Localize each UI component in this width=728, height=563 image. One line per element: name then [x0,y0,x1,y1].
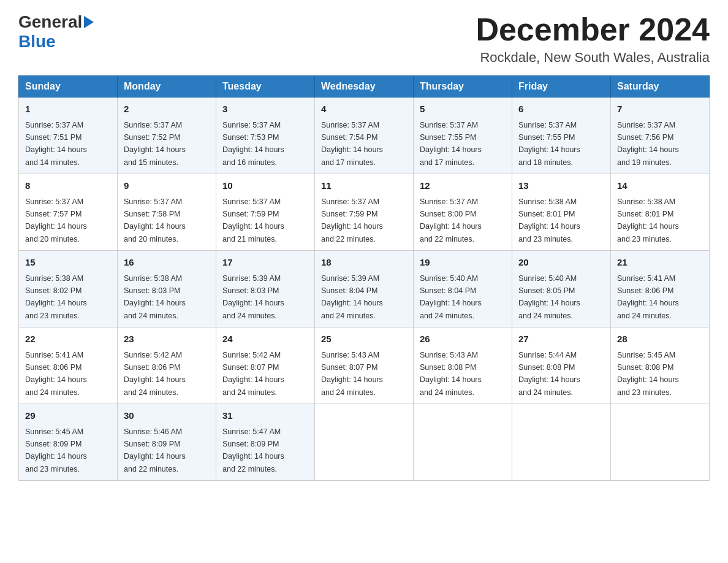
logo-blue: Blue [18,32,94,52]
table-row: 4Sunrise: 5:37 AMSunset: 7:54 PMDaylight… [315,98,414,174]
page-header: General Blue December 2024 Rockdale, New… [18,12,710,66]
day-info: Sunrise: 5:41 AMSunset: 8:06 PMDaylight:… [25,351,87,397]
table-row: 10Sunrise: 5:37 AMSunset: 7:59 PMDayligh… [216,174,315,251]
header-row: Sunday Monday Tuesday Wednesday Thursday… [19,76,710,98]
day-info: Sunrise: 5:37 AMSunset: 7:55 PMDaylight:… [420,121,482,167]
table-row: 27Sunrise: 5:44 AMSunset: 8:08 PMDayligh… [512,327,611,404]
col-tuesday: Tuesday [216,76,315,98]
day-info: Sunrise: 5:37 AMSunset: 7:55 PMDaylight:… [518,121,580,167]
day-number: 8 [25,179,111,193]
day-number: 24 [222,332,308,347]
day-number: 23 [124,332,210,347]
day-info: Sunrise: 5:37 AMSunset: 7:52 PMDaylight:… [124,121,186,167]
col-saturday: Saturday [611,76,710,98]
day-number: 10 [222,179,308,193]
table-row: 6Sunrise: 5:37 AMSunset: 7:55 PMDaylight… [512,98,611,174]
calendar-week-3: 15Sunrise: 5:38 AMSunset: 8:02 PMDayligh… [19,251,710,327]
table-row: 14Sunrise: 5:38 AMSunset: 8:01 PMDayligh… [611,174,710,251]
col-friday: Friday [512,76,611,98]
day-info: Sunrise: 5:38 AMSunset: 8:01 PMDaylight:… [518,197,580,243]
day-number: 7 [617,102,703,117]
table-row: 18Sunrise: 5:39 AMSunset: 8:04 PMDayligh… [315,251,414,327]
col-wednesday: Wednesday [315,76,414,98]
table-row: 28Sunrise: 5:45 AMSunset: 8:08 PMDayligh… [611,327,710,404]
table-row: 20Sunrise: 5:40 AMSunset: 8:05 PMDayligh… [512,251,611,327]
logo-arrow-icon [84,16,94,28]
table-row [414,404,512,481]
day-number: 2 [124,102,210,117]
table-row: 8Sunrise: 5:37 AMSunset: 7:57 PMDaylight… [19,174,118,251]
day-info: Sunrise: 5:44 AMSunset: 8:08 PMDaylight:… [518,351,580,397]
day-number: 11 [321,179,407,193]
table-row [315,404,414,481]
calendar-week-1: 1Sunrise: 5:37 AMSunset: 7:51 PMDaylight… [19,98,710,174]
table-row: 31Sunrise: 5:47 AMSunset: 8:09 PMDayligh… [216,404,315,481]
table-row: 15Sunrise: 5:38 AMSunset: 8:02 PMDayligh… [19,251,118,327]
day-number: 27 [518,332,604,347]
day-info: Sunrise: 5:38 AMSunset: 8:01 PMDaylight:… [617,197,679,243]
title-block: December 2024 Rockdale, New South Wales,… [476,12,710,66]
day-info: Sunrise: 5:39 AMSunset: 8:04 PMDaylight:… [321,274,383,320]
table-row: 17Sunrise: 5:39 AMSunset: 8:03 PMDayligh… [216,251,315,327]
day-info: Sunrise: 5:37 AMSunset: 7:57 PMDaylight:… [25,197,87,243]
table-row [611,404,710,481]
day-info: Sunrise: 5:37 AMSunset: 7:58 PMDaylight:… [124,197,186,243]
day-number: 13 [518,179,604,193]
calendar-week-2: 8Sunrise: 5:37 AMSunset: 7:57 PMDaylight… [19,174,710,251]
col-sunday: Sunday [19,76,118,98]
day-info: Sunrise: 5:37 AMSunset: 7:51 PMDaylight:… [25,121,87,167]
table-row: 26Sunrise: 5:43 AMSunset: 8:08 PMDayligh… [414,327,512,404]
day-info: Sunrise: 5:37 AMSunset: 7:56 PMDaylight:… [617,121,679,167]
day-number: 25 [321,332,407,347]
day-info: Sunrise: 5:40 AMSunset: 8:05 PMDaylight:… [518,274,580,320]
day-number: 30 [124,409,210,423]
table-row: 21Sunrise: 5:41 AMSunset: 8:06 PMDayligh… [611,251,710,327]
table-row: 11Sunrise: 5:37 AMSunset: 7:59 PMDayligh… [315,174,414,251]
table-row: 12Sunrise: 5:37 AMSunset: 8:00 PMDayligh… [414,174,512,251]
table-row: 25Sunrise: 5:43 AMSunset: 8:07 PMDayligh… [315,327,414,404]
calendar-week-5: 29Sunrise: 5:45 AMSunset: 8:09 PMDayligh… [19,404,710,481]
table-row [512,404,611,481]
table-row: 5Sunrise: 5:37 AMSunset: 7:55 PMDaylight… [414,98,512,174]
day-number: 9 [124,179,210,193]
day-info: Sunrise: 5:42 AMSunset: 8:07 PMDaylight:… [222,351,284,397]
day-number: 29 [25,409,111,423]
table-row: 23Sunrise: 5:42 AMSunset: 8:06 PMDayligh… [118,327,216,404]
table-row: 22Sunrise: 5:41 AMSunset: 8:06 PMDayligh… [19,327,118,404]
day-info: Sunrise: 5:41 AMSunset: 8:06 PMDaylight:… [617,274,679,320]
day-info: Sunrise: 5:43 AMSunset: 8:07 PMDaylight:… [321,351,383,397]
day-number: 31 [222,409,308,423]
table-row: 3Sunrise: 5:37 AMSunset: 7:53 PMDaylight… [216,98,315,174]
day-number: 19 [420,256,506,270]
day-number: 26 [420,332,506,347]
day-number: 16 [124,256,210,270]
day-info: Sunrise: 5:43 AMSunset: 8:08 PMDaylight:… [420,351,482,397]
day-info: Sunrise: 5:38 AMSunset: 8:02 PMDaylight:… [25,274,87,320]
day-number: 6 [518,102,604,117]
day-info: Sunrise: 5:39 AMSunset: 8:03 PMDaylight:… [222,274,284,320]
day-number: 3 [222,102,308,117]
day-info: Sunrise: 5:37 AMSunset: 8:00 PMDaylight:… [420,197,482,243]
table-row: 30Sunrise: 5:46 AMSunset: 8:09 PMDayligh… [118,404,216,481]
col-monday: Monday [118,76,216,98]
day-number: 12 [420,179,506,193]
col-thursday: Thursday [414,76,512,98]
day-number: 28 [617,332,703,347]
table-row: 16Sunrise: 5:38 AMSunset: 8:03 PMDayligh… [118,251,216,327]
day-info: Sunrise: 5:45 AMSunset: 8:09 PMDaylight:… [25,427,87,473]
table-row: 13Sunrise: 5:38 AMSunset: 8:01 PMDayligh… [512,174,611,251]
day-info: Sunrise: 5:46 AMSunset: 8:09 PMDaylight:… [124,427,186,473]
day-info: Sunrise: 5:37 AMSunset: 7:54 PMDaylight:… [321,121,383,167]
day-info: Sunrise: 5:42 AMSunset: 8:06 PMDaylight:… [124,351,186,397]
day-info: Sunrise: 5:40 AMSunset: 8:04 PMDaylight:… [420,274,482,320]
day-number: 22 [25,332,111,347]
table-row: 2Sunrise: 5:37 AMSunset: 7:52 PMDaylight… [118,98,216,174]
day-number: 15 [25,256,111,270]
month-title: December 2024 [476,12,710,47]
table-row: 1Sunrise: 5:37 AMSunset: 7:51 PMDaylight… [19,98,118,174]
day-info: Sunrise: 5:37 AMSunset: 7:59 PMDaylight:… [321,197,383,243]
day-number: 5 [420,102,506,117]
day-number: 1 [25,102,111,117]
logo-general: General [18,12,82,32]
table-row: 24Sunrise: 5:42 AMSunset: 8:07 PMDayligh… [216,327,315,404]
